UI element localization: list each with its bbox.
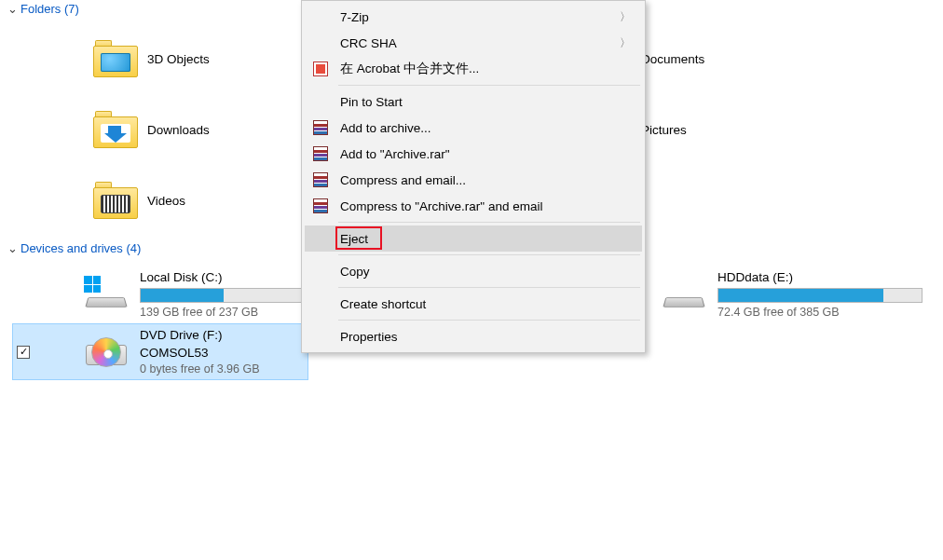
windows-flag-icon — [84, 276, 101, 293]
folder-icon — [93, 36, 138, 81]
menu-label: Add to "Archive.rar" — [340, 147, 450, 161]
drive-item-dvd-f[interactable]: ✓ DVD Drive (F:) COMSOL53 0 bytes free o… — [13, 324, 308, 379]
menu-label: Create shortcut — [340, 297, 426, 311]
section-title: Devices and drives (4) — [20, 241, 141, 255]
folder-label: 3D Objects — [147, 52, 210, 66]
menu-item-copy[interactable]: Copy — [305, 258, 642, 284]
context-menu: 7-Zip 〉 CRC SHA 〉 在 Acrobat 中合并文件... Pin… — [301, 0, 646, 353]
pdf-icon — [313, 61, 328, 76]
menu-item-properties[interactable]: Properties — [305, 323, 642, 349]
menu-label: CRC SHA — [340, 36, 397, 50]
selection-checkbox[interactable]: ✓ — [17, 346, 30, 359]
menu-separator — [338, 254, 640, 255]
archive-icon — [313, 120, 328, 135]
menu-item-7zip[interactable]: 7-Zip 〉 — [305, 4, 642, 30]
menu-label: Pin to Start — [340, 95, 403, 109]
menu-label: 在 Acrobat 中合并文件... — [340, 61, 479, 77]
menu-separator — [338, 287, 640, 288]
folder-icon — [93, 178, 138, 223]
drive-name: DVD Drive (F:) — [140, 328, 308, 342]
menu-label: Compress to "Archive.rar" and email — [340, 199, 542, 213]
menu-item-eject[interactable]: Eject — [305, 225, 642, 252]
chevron-down-icon: ⌄ — [7, 241, 20, 255]
menu-item-add-to-archive[interactable]: Add to archive... — [305, 115, 642, 141]
menu-item-crc-sha[interactable]: CRC SHA 〉 — [305, 30, 642, 56]
submenu-arrow-icon: 〉 — [620, 9, 631, 25]
menu-item-add-to-archive-rar[interactable]: Add to "Archive.rar" — [305, 141, 642, 167]
menu-separator — [338, 222, 640, 223]
drive-item-hdddata-e[interactable]: HDDdata (E:) 72.4 GB free of 385 GB — [652, 266, 932, 324]
drive-free-text: 72.4 GB free of 385 GB — [718, 306, 922, 319]
menu-separator — [338, 85, 640, 86]
menu-label: 7-Zip — [340, 10, 369, 24]
menu-label: Properties — [340, 330, 398, 344]
menu-label: Add to archive... — [340, 121, 431, 135]
section-title: Folders (7) — [20, 2, 79, 16]
folder-label: Pictures — [641, 123, 687, 137]
archive-icon — [313, 146, 328, 161]
submenu-arrow-icon: 〉 — [620, 35, 631, 51]
drive-name: HDDdata (E:) — [718, 270, 922, 284]
drive-volume-label: COMSOL53 — [140, 346, 308, 360]
menu-separator — [338, 320, 640, 321]
storage-bar — [718, 288, 922, 303]
chevron-down-icon: ⌄ — [7, 2, 20, 16]
disk-icon — [84, 276, 129, 313]
folder-icon — [93, 107, 138, 152]
disk-icon — [662, 276, 706, 313]
menu-label: Copy — [340, 265, 370, 279]
menu-item-compress-email[interactable]: Compress and email... — [305, 167, 642, 193]
folder-label: Videos — [147, 194, 185, 208]
folder-label: Documents — [641, 52, 704, 66]
dvd-drive-icon — [84, 334, 129, 371]
archive-icon — [313, 172, 328, 187]
menu-item-acrobat-combine[interactable]: 在 Acrobat 中合并文件... — [305, 56, 642, 82]
folder-label: Downloads — [147, 123, 210, 137]
menu-label: Compress and email... — [340, 173, 466, 187]
menu-item-compress-rar-email[interactable]: Compress to "Archive.rar" and email — [305, 193, 642, 219]
menu-item-pin-to-start[interactable]: Pin to Start — [305, 89, 642, 115]
menu-label: Eject — [340, 232, 368, 246]
drive-free-text: 0 bytes free of 3.96 GB — [140, 362, 308, 376]
menu-item-create-shortcut[interactable]: Create shortcut — [305, 291, 642, 317]
archive-icon — [313, 198, 328, 213]
